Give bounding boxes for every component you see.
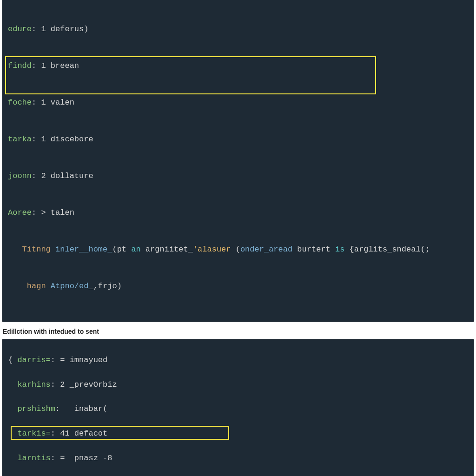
code-block-2: { darris=: = imnayued karhins: 2 _prevOr… <box>2 339 474 476</box>
key: findd <box>8 61 32 70</box>
key: foche <box>8 98 32 107</box>
key: Aoree <box>8 208 32 217</box>
caption-2: Edillction with intedued to sent <box>0 324 476 339</box>
key: tarka <box>8 135 32 144</box>
code-block-1: edure: 1 deferus) findd: 1 breean foche:… <box>2 0 474 322</box>
key: joonn <box>8 172 32 180</box>
key: edure <box>8 25 32 33</box>
